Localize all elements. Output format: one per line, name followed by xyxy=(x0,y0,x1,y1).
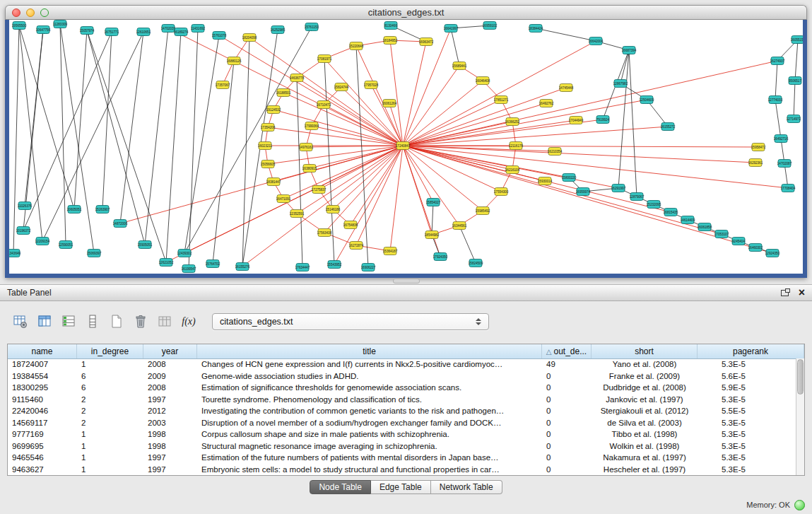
table-selector-dropdown[interactable]: citations_edges.txt xyxy=(212,313,489,330)
graph-node[interactable]: 15146186 xyxy=(326,206,341,214)
graph-edge[interactable] xyxy=(403,42,426,146)
tab-network-table[interactable]: Network Table xyxy=(431,480,502,494)
table-row[interactable]: 1938455462009Genome-wide association stu… xyxy=(8,370,796,382)
graph-node[interactable]: 16687394 xyxy=(622,47,637,54)
graph-node[interactable]: 12610651 xyxy=(136,28,151,36)
graph-node[interactable]: 10196372 xyxy=(16,227,31,235)
table-cell-title[interactable]: Corpus callosum shape and size in male p… xyxy=(197,430,542,438)
table-cell-title[interactable]: Genome-wide association studies in ADHD. xyxy=(197,372,542,380)
graph-edge[interactable] xyxy=(775,61,777,100)
table-cell-in_degree[interactable]: 1 xyxy=(77,453,143,462)
table-row[interactable]: 2242004622012Investigating the contribut… xyxy=(8,405,796,417)
graph-node[interactable]: 11283309 xyxy=(53,21,68,28)
table-row[interactable]: 911546021997Tourette syndrome. Phenomeno… xyxy=(8,394,796,406)
table-cell-name[interactable]: 9463627 xyxy=(8,465,77,474)
graph-node[interactable]: 19565500 xyxy=(12,22,27,30)
table-cell-name[interactable]: 18724007 xyxy=(8,360,77,368)
column-header-short[interactable]: short xyxy=(592,344,698,358)
graph-node[interactable]: 14872006 xyxy=(113,220,128,228)
graph-node[interactable]: 15364187 xyxy=(383,247,398,255)
graph-edge[interactable] xyxy=(13,25,19,253)
table-scrollbar[interactable] xyxy=(796,358,804,475)
table-cell-name[interactable]: 19384554 xyxy=(8,372,77,380)
table-cell-short[interactable]: Wolkin et al. (1998) xyxy=(592,442,698,450)
network-canvas[interactable]: 1724084715364187162728741756343812352591… xyxy=(9,20,803,274)
graph-node[interactable]: 16155276 xyxy=(235,263,250,271)
graph-edge[interactable] xyxy=(403,66,459,146)
graph-node[interactable]: 16963472 xyxy=(419,38,434,46)
table-cell-year[interactable]: 1997 xyxy=(143,453,197,462)
table-cell-name[interactable]: 22420046 xyxy=(8,407,77,415)
minimize-window-button[interactable] xyxy=(26,8,35,17)
column-header-pagerank[interactable]: pagerank xyxy=(698,344,804,358)
graph-edge[interactable] xyxy=(459,226,476,263)
graph-node[interactable]: 16292361 xyxy=(748,159,763,167)
table-cell-pagerank[interactable]: 5.3E-5 xyxy=(698,430,796,438)
table-row[interactable]: 977716911998Corpus callosum shape and si… xyxy=(8,428,796,440)
table-cell-year[interactable]: 1998 xyxy=(143,430,197,438)
table-cell-out_degree[interactable]: 0 xyxy=(542,465,592,474)
table-cell-title[interactable]: Structural magnetic resonance image aver… xyxy=(197,442,542,450)
table-cell-year[interactable]: 1998 xyxy=(143,442,197,450)
graph-node[interactable]: 15985492 xyxy=(476,207,490,215)
table-cell-title[interactable]: Disruption of a novel member of a sodium… xyxy=(197,419,542,427)
graph-edge[interactable] xyxy=(74,30,87,209)
table-cell-in_degree[interactable]: 6 xyxy=(77,383,143,392)
table-cell-in_degree[interactable]: 2 xyxy=(77,419,143,427)
graph-edge[interactable] xyxy=(390,146,403,251)
graph-edge[interactable] xyxy=(145,28,168,245)
graph-edge[interactable] xyxy=(184,27,312,253)
float-panel-icon[interactable] xyxy=(781,290,789,296)
table-row[interactable]: 969969511998Structural magnetic resonanc… xyxy=(8,440,796,452)
graph-node[interactable]: 16216104 xyxy=(505,166,520,174)
graph-node[interactable]: 16252985 xyxy=(271,26,286,34)
graph-node[interactable]: 16959102 xyxy=(483,22,498,30)
graph-node[interactable]: 12867982 xyxy=(613,80,628,88)
graph-node[interactable]: 15800220 xyxy=(562,174,577,182)
graph-node[interactable]: 16460302 xyxy=(748,244,763,252)
table-cell-year[interactable]: 2009 xyxy=(143,372,197,380)
tab-edge-table[interactable]: Edge Table xyxy=(371,480,431,494)
graph-node[interactable]: 16188501 xyxy=(276,89,291,97)
graph-edge[interactable] xyxy=(273,110,403,146)
graph-node[interactable]: 16210354 xyxy=(548,148,563,156)
zoom-window-button[interactable] xyxy=(40,8,49,17)
graph-edge[interactable] xyxy=(213,61,234,264)
table-cell-year[interactable]: 2008 xyxy=(143,383,197,392)
graph-node[interactable]: 15543952 xyxy=(327,261,342,269)
graph-edge[interactable] xyxy=(25,30,43,206)
graph-node[interactable]: 8130466 xyxy=(384,22,397,30)
graph-node[interactable]: 12116178 xyxy=(509,142,524,150)
graph-edge[interactable] xyxy=(403,103,546,146)
graph-node[interactable]: 15761078 xyxy=(212,32,227,40)
graph-edge[interactable] xyxy=(102,32,112,209)
graph-edge[interactable] xyxy=(403,146,433,202)
graph-node[interactable]: 15056605 xyxy=(261,160,276,168)
graph-node[interactable]: 16344561 xyxy=(452,222,467,230)
graph-node[interactable]: 7919924 xyxy=(596,116,609,124)
table-cell-short[interactable]: Nakamura et al. (1997) xyxy=(592,453,698,462)
table-cell-out_degree[interactable]: 49 xyxy=(542,360,592,368)
graph-node[interactable]: 16046408 xyxy=(476,77,490,85)
graph-node[interactable]: 19124532 xyxy=(266,106,281,114)
graph-edge[interactable] xyxy=(42,32,143,241)
graph-edge[interactable] xyxy=(403,146,788,188)
table-cell-out_degree[interactable]: 0 xyxy=(542,419,592,427)
graph-node[interactable]: 12714972 xyxy=(787,115,801,123)
graph-node[interactable]: 12924350 xyxy=(765,250,780,257)
graph-edge[interactable] xyxy=(324,146,403,233)
graph-node[interactable]: 12439302 xyxy=(177,250,192,257)
graph-node[interactable]: 12352591 xyxy=(290,210,305,218)
graph-edge[interactable] xyxy=(87,30,166,262)
table-cell-out_degree[interactable]: 0 xyxy=(542,442,592,450)
graph-node[interactable]: 16274937 xyxy=(770,57,785,65)
graph-node[interactable]: 12879067 xyxy=(630,193,645,201)
table-cell-pagerank[interactable]: 5.3E-5 xyxy=(698,465,796,474)
table-cell-short[interactable]: Dudbridge et al. (2008) xyxy=(592,383,698,392)
graph-edge[interactable] xyxy=(629,50,637,197)
graph-node[interactable]: 17044949 xyxy=(569,117,584,124)
graph-edge[interactable] xyxy=(536,28,596,41)
graph-node[interactable]: 17851271 xyxy=(494,96,509,104)
graph-node[interactable]: 15958472 xyxy=(751,144,766,151)
row-height-button[interactable] xyxy=(82,313,103,331)
